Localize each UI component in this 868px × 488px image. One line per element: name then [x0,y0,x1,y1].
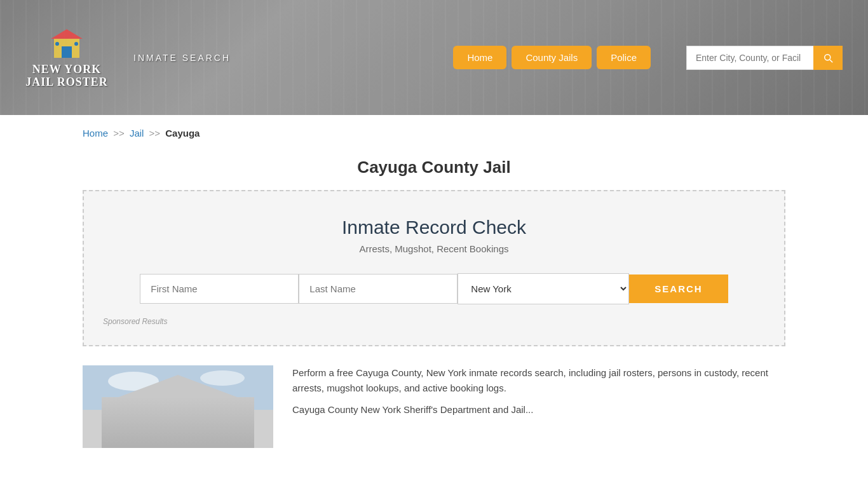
description-paragraph2: Cayuga County New York Sheriff's Departm… [292,402,785,417]
sponsored-label: Sponsored Results [103,317,765,326]
search-icon [822,52,834,64]
svg-rect-12 [168,403,178,448]
record-check-subtitle: Arrests, Mugshot, Recent Bookings [103,243,765,254]
nav-police-button[interactable]: Police [597,46,651,69]
page-title: Cayuga County Jail [0,158,868,177]
svg-marker-1 [51,29,83,39]
svg-rect-11 [146,403,156,448]
svg-rect-14 [213,403,222,448]
breadcrumb-sep2: >> [149,128,161,139]
svg-rect-2 [62,46,72,58]
inmate-search-label: INMATE SEARCH [133,53,231,63]
nav-county-jails-button[interactable]: County Jails [512,46,592,69]
header-search-bar [686,46,843,70]
svg-point-7 [200,370,245,386]
svg-rect-16 [165,423,191,448]
nav-home-button[interactable]: Home [453,46,506,69]
nav-area: Home County Jails Police [453,46,651,69]
header: NEW YORK JAIL ROSTER INMATE SEARCH Home … [0,0,868,115]
state-select[interactable]: AlabamaAlaskaArizonaArkansasCaliforniaCo… [458,273,629,304]
svg-point-4 [74,42,78,46]
search-button[interactable]: SEARCH [629,274,728,303]
first-name-input[interactable] [140,274,299,304]
last-name-input[interactable] [299,274,458,304]
logo-area: NEW YORK JAIL ROSTER [25,26,108,89]
description-section: Perform a free Cayuga County, New York i… [83,365,785,461]
svg-point-3 [55,42,59,46]
logo-icon [48,26,86,61]
record-check-form: AlabamaAlaskaArizonaArkansasCaliforniaCo… [103,273,765,304]
record-check-box: Inmate Record Check Arrests, Mugshot, Re… [83,190,785,346]
svg-rect-15 [235,403,245,448]
breadcrumb: Home >> Jail >> Cayuga [0,115,868,151]
breadcrumb-home-link[interactable]: Home [83,128,108,139]
breadcrumb-current: Cayuga [165,128,200,139]
description-paragraph1: Perform a free Cayuga County, New York i… [292,365,785,396]
svg-rect-17 [102,447,254,448]
logo-text-line1: NEW YORK [32,64,102,76]
record-check-title: Inmate Record Check [103,217,765,238]
svg-rect-8 [108,403,248,448]
header-search-input[interactable] [686,46,813,70]
breadcrumb-jail-link[interactable]: Jail [130,128,144,139]
courthouse-image [83,365,273,448]
header-content: NEW YORK JAIL ROSTER INMATE SEARCH Home … [0,26,868,89]
svg-rect-13 [191,403,200,448]
courthouse-svg [83,365,273,448]
header-search-button[interactable] [813,46,843,70]
logo-text-line2: JAIL ROSTER [25,76,108,89]
svg-rect-10 [124,403,133,448]
description-text: Perform a free Cayuga County, New York i… [292,365,785,448]
breadcrumb-sep1: >> [113,128,125,139]
